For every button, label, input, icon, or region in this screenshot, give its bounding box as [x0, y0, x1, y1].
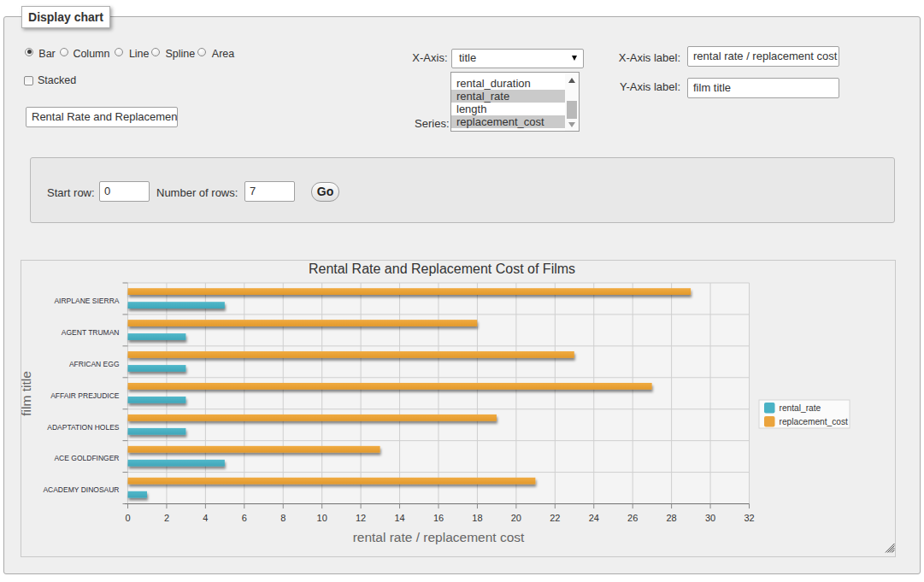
svg-text:AGENT TRUMAN: AGENT TRUMAN: [62, 328, 120, 337]
svg-text:AFRICAN EGG: AFRICAN EGG: [69, 360, 120, 368]
svg-text:26: 26: [627, 513, 638, 523]
svg-text:rental rate / replacement cost: rental rate / replacement cost: [353, 530, 525, 544]
svg-text:AFFAIR PREJUDICE: AFFAIR PREJUDICE: [50, 391, 120, 400]
svg-text:18: 18: [472, 513, 482, 523]
svg-text:14: 14: [394, 513, 404, 523]
svg-text:22: 22: [550, 513, 560, 523]
svg-text:30: 30: [705, 513, 715, 523]
svg-text:ACE GOLDFINGER: ACE GOLDFINGER: [54, 454, 119, 462]
svg-text:rental_rate: rental_rate: [780, 403, 821, 413]
svg-text:28: 28: [666, 513, 676, 523]
svg-text:12: 12: [356, 513, 366, 523]
svg-text:ACADEMY DINOSAUR: ACADEMY DINOSAUR: [43, 485, 119, 494]
svg-text:ADAPTATION HOLES: ADAPTATION HOLES: [47, 423, 120, 432]
svg-text:16: 16: [433, 513, 444, 523]
svg-text:24: 24: [589, 513, 599, 523]
svg-text:AIRPLANE SIERRA: AIRPLANE SIERRA: [54, 297, 119, 305]
svg-text:0: 0: [125, 513, 130, 523]
svg-text:32: 32: [744, 513, 754, 523]
svg-text:film title: film title: [21, 371, 33, 416]
svg-text:replacement_cost: replacement_cost: [780, 417, 849, 426]
svg-text:10: 10: [317, 513, 327, 523]
svg-text:6: 6: [242, 513, 247, 523]
svg-text:8: 8: [280, 513, 285, 523]
svg-text:4: 4: [203, 513, 208, 523]
svg-text:20: 20: [511, 513, 521, 523]
svg-text:Rental Rate and Replacement Co: Rental Rate and Replacement Cost of Film…: [309, 262, 575, 276]
svg-text:2: 2: [164, 513, 169, 523]
